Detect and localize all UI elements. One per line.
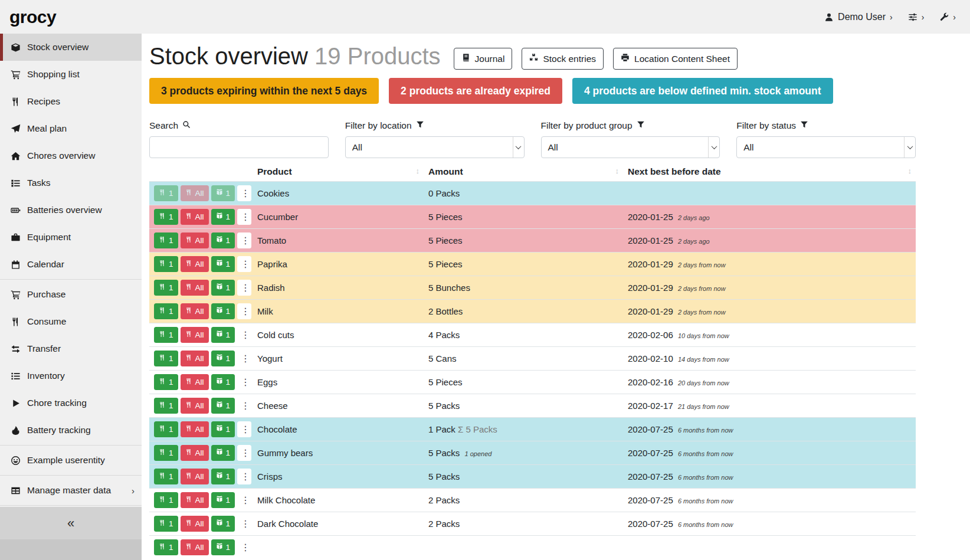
consume-one-button[interactable]: 1 [154, 374, 178, 390]
open-one-button[interactable]: 1 [211, 185, 235, 201]
open-one-button[interactable]: 1 [211, 351, 235, 366]
row-menu-button[interactable]: ⋮ [237, 469, 251, 484]
consume-all-button[interactable]: All [181, 209, 209, 225]
consume-all-button[interactable]: All [181, 421, 209, 437]
sidebar-item-inventory[interactable]: Inventory [0, 362, 142, 389]
sidebar-item-recipes[interactable]: Recipes [0, 88, 142, 115]
sidebar-item-calendar[interactable]: Calendar [0, 251, 142, 278]
sidebar-item-chore-tracking[interactable]: Chore tracking [0, 389, 142, 417]
consume-one-button[interactable]: 1 [154, 469, 178, 484]
product-group-filter-select[interactable]: All [541, 136, 720, 158]
consume-all-button[interactable]: All [181, 185, 209, 201]
sidebar-item-example-userentity[interactable]: Example userentity [0, 447, 142, 474]
column-header-amount[interactable]: Amount ↕ [424, 164, 623, 182]
sidebar-item-chores-overview[interactable]: Chores overview [0, 142, 142, 169]
open-one-button[interactable]: 1 [211, 398, 235, 414]
row-menu-button[interactable]: ⋮ [237, 209, 251, 225]
consume-all-button[interactable]: All [181, 469, 209, 484]
consume-all-button[interactable]: All [181, 374, 209, 390]
consume-one-button[interactable]: 1 [154, 351, 178, 366]
sidebar-item-stock-overview[interactable]: Stock overview [0, 34, 142, 61]
sidebar-item-battery-tracking[interactable]: Battery tracking [0, 417, 142, 444]
open-one-button[interactable]: 1 [211, 209, 235, 225]
row-menu-button[interactable]: ⋮ [237, 256, 251, 272]
row-menu-button[interactable]: ⋮ [237, 421, 251, 437]
location-content-sheet-button[interactable]: Location Content Sheet [613, 48, 738, 70]
expiring-products-banner[interactable]: 3 products expiring within the next 5 da… [149, 78, 379, 104]
consume-one-button[interactable]: 1 [154, 185, 178, 201]
sort-icon[interactable]: ↕ [908, 166, 912, 175]
sidebar-item-meal-plan[interactable]: Meal plan [0, 115, 142, 142]
expired-products-banner[interactable]: 2 products are already expired [389, 78, 562, 104]
below-min-stock-banner[interactable]: 4 products are below defined min. stock … [572, 78, 833, 104]
sidebar-item-manage-master-data[interactable]: Manage master data› [0, 477, 142, 504]
consume-one-button[interactable]: 1 [154, 232, 178, 248]
sidebar-item-batteries-overview[interactable]: Batteries overview [0, 197, 142, 224]
row-menu-button[interactable]: ⋮ [237, 398, 251, 414]
consume-one-button[interactable]: 1 [154, 303, 178, 319]
consume-all-button[interactable]: All [181, 539, 209, 555]
consume-one-button[interactable]: 1 [154, 280, 178, 296]
open-one-button[interactable]: 1 [211, 327, 235, 343]
sidebar-item-transfer[interactable]: Transfer [0, 335, 142, 362]
open-one-button[interactable]: 1 [211, 421, 235, 437]
consume-all-button[interactable]: All [181, 445, 209, 461]
row-menu-button[interactable]: ⋮ [237, 327, 251, 343]
consume-one-button[interactable]: 1 [154, 327, 178, 343]
stock-entries-button[interactable]: Stock entries [522, 48, 604, 70]
admin-menu[interactable]: › [939, 12, 956, 22]
consume-all-button[interactable]: All [181, 492, 209, 508]
row-menu-button[interactable]: ⋮ [237, 492, 251, 508]
consume-all-button[interactable]: All [181, 280, 209, 296]
journal-button[interactable]: Journal [454, 48, 513, 70]
row-menu-button[interactable]: ⋮ [237, 280, 251, 296]
open-one-button[interactable]: 1 [211, 539, 235, 555]
row-menu-button[interactable]: ⋮ [237, 516, 251, 532]
open-one-button[interactable]: 1 [211, 445, 235, 461]
search-input[interactable] [149, 136, 329, 158]
open-one-button[interactable]: 1 [211, 280, 235, 296]
consume-all-button[interactable]: All [181, 327, 209, 343]
open-one-button[interactable]: 1 [211, 374, 235, 390]
consume-all-button[interactable]: All [181, 256, 209, 272]
open-one-button[interactable]: 1 [211, 469, 235, 484]
sidebar-item-shopping-list[interactable]: Shopping list [0, 61, 142, 88]
sidebar-item-purchase[interactable]: Purchase [0, 281, 142, 308]
consume-one-button[interactable]: 1 [154, 398, 178, 414]
row-menu-button[interactable]: ⋮ [237, 374, 251, 390]
open-one-button[interactable]: 1 [211, 303, 235, 319]
consume-one-button[interactable]: 1 [154, 445, 178, 461]
row-menu-button[interactable]: ⋮ [237, 445, 251, 461]
column-header-next-best-before-date[interactable]: Next best before date ↕ [623, 164, 916, 182]
consume-one-button[interactable]: 1 [154, 492, 178, 508]
sidebar-item-tasks[interactable]: Tasks [0, 169, 142, 197]
grocy-logo[interactable]: grocy [9, 8, 56, 26]
status-filter-select[interactable]: All [736, 136, 916, 158]
open-one-button[interactable]: 1 [211, 232, 235, 248]
user-menu[interactable]: Demo User › [824, 12, 893, 22]
settings-menu[interactable]: › [908, 12, 925, 22]
row-menu-button[interactable]: ⋮ [237, 539, 251, 555]
consume-one-button[interactable]: 1 [154, 539, 178, 555]
row-menu-button[interactable]: ⋮ [237, 232, 251, 248]
location-filter-select[interactable]: All [345, 136, 525, 158]
sidebar-item-equipment[interactable]: Equipment [0, 224, 142, 251]
sidebar-item-consume[interactable]: Consume [0, 308, 142, 335]
open-one-button[interactable]: 1 [211, 256, 235, 272]
sort-icon[interactable]: ↕ [615, 166, 619, 175]
column-header-product[interactable]: Product ↕ [253, 164, 424, 182]
consume-all-button[interactable]: All [181, 351, 209, 366]
row-menu-button[interactable]: ⋮ [237, 351, 251, 366]
consume-one-button[interactable]: 1 [154, 209, 178, 225]
consume-all-button[interactable]: All [181, 516, 209, 532]
consume-one-button[interactable]: 1 [154, 421, 178, 437]
consume-one-button[interactable]: 1 [154, 516, 178, 532]
open-one-button[interactable]: 1 [211, 492, 235, 508]
row-menu-button[interactable]: ⋮ [237, 185, 251, 201]
consume-all-button[interactable]: All [181, 232, 209, 248]
consume-one-button[interactable]: 1 [154, 256, 178, 272]
open-one-button[interactable]: 1 [211, 516, 235, 532]
row-menu-button[interactable]: ⋮ [237, 303, 251, 319]
sidebar-collapse-button[interactable]: « [0, 507, 142, 539]
sort-icon[interactable]: ↕ [416, 166, 420, 175]
